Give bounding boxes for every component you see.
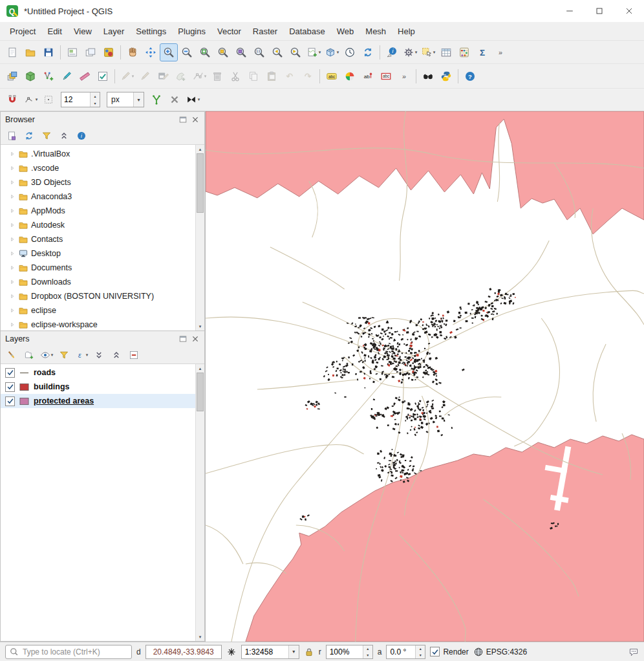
style-manager-button[interactable] (100, 44, 117, 61)
coordinate-box[interactable] (145, 645, 222, 659)
manage-map-themes-button[interactable]: ▾ (39, 347, 54, 363)
new-geopackage-layer-button[interactable] (22, 68, 39, 85)
expand-arrow-icon[interactable] (9, 165, 16, 171)
expand-arrow-icon[interactable] (9, 151, 16, 157)
zoom-last-button[interactable] (269, 44, 286, 61)
snapping-tolerance-input[interactable] (61, 95, 90, 104)
scroll-up-icon[interactable]: ▴ (196, 364, 204, 373)
new-temporary-scratch-layer-button[interactable] (58, 68, 75, 85)
browser-close-button[interactable] (190, 114, 200, 124)
field-calculator-button[interactable] (456, 44, 473, 61)
vertex-tool-dropdown-icon[interactable]: ▾ (204, 74, 207, 79)
snapping-tolerance-spinner[interactable]: ▴▾ (61, 92, 100, 107)
enable-snapping-button[interactable] (4, 91, 21, 108)
menu-item-view[interactable]: View (68, 24, 98, 39)
statistical-summary-button[interactable]: Σ (474, 44, 491, 61)
new-virtual-layer-button[interactable] (76, 68, 93, 85)
browser-item-downloads[interactable]: Downloads (1, 275, 195, 289)
expand-arrow-icon[interactable] (9, 193, 16, 200)
browser-item-eclipse[interactable]: eclipse (1, 303, 195, 318)
enable-tracing-dropdown-icon[interactable]: ▾ (198, 97, 200, 102)
browser-item-3d-objects[interactable]: 3D Objects (1, 175, 195, 190)
toolbar-overflow-2-button[interactable]: » (396, 68, 413, 85)
layers-close-button[interactable] (190, 334, 200, 343)
browser-item-anaconda3[interactable]: Anaconda3 (1, 190, 195, 204)
menu-item-plugins[interactable]: Plugins (172, 24, 211, 39)
enable-tracing-button[interactable]: ▾ (184, 91, 201, 108)
expand-arrow-icon[interactable] (9, 293, 16, 299)
expand-arrow-icon[interactable] (9, 265, 16, 271)
menu-item-mesh[interactable]: Mesh (360, 24, 392, 39)
zoom-full-button[interactable] (197, 44, 213, 61)
coordinate-input[interactable] (146, 647, 221, 656)
expand-arrow-icon[interactable] (9, 279, 16, 285)
new-project-button[interactable] (4, 44, 21, 61)
menu-item-project[interactable]: Project (4, 24, 41, 39)
zoom-to-selection-button[interactable] (215, 44, 231, 61)
filter-legend-button[interactable] (56, 347, 72, 363)
locate-search-box[interactable] (5, 645, 132, 659)
extents-toggle-icon[interactable] (226, 647, 237, 657)
zoom-next-button[interactable] (287, 44, 304, 61)
menu-item-edit[interactable]: Edit (41, 24, 67, 39)
select-features-dropdown-icon[interactable]: ▾ (433, 50, 436, 55)
highlight-pinned-labels-button[interactable]: abc (378, 68, 394, 85)
rotation-input[interactable] (387, 647, 415, 656)
run-feature-action-button[interactable]: ▾ (402, 44, 418, 61)
new-spatialite-layer-button[interactable] (94, 68, 111, 85)
metasearch-button[interactable] (420, 68, 436, 85)
magnifier-down-button[interactable]: ▾ (363, 652, 372, 658)
add-group-button[interactable] (21, 347, 37, 363)
open-data-source-manager-button[interactable] (4, 68, 21, 85)
menu-item-vector[interactable]: Vector (211, 24, 247, 39)
scroll-up-icon[interactable]: ▴ (196, 145, 204, 153)
layers-float-button[interactable] (178, 334, 188, 343)
rotation-down-button[interactable]: ▾ (416, 652, 425, 658)
locate-input[interactable] (23, 647, 128, 656)
rotation-up-button[interactable]: ▴ (416, 645, 425, 652)
zoom-native-button[interactable]: 1:1 (251, 44, 268, 61)
open-project-button[interactable] (22, 44, 39, 61)
help-contents-button[interactable]: ? (462, 68, 478, 85)
magnifier-spinner[interactable]: ▴▾ (326, 645, 373, 659)
expand-arrow-icon[interactable] (9, 321, 16, 328)
crs-status[interactable]: EPSG:4326 (473, 647, 527, 657)
browser-item-virtualbox[interactable]: .VirtualBox (1, 147, 195, 161)
messages-icon[interactable] (628, 647, 639, 657)
save-project-button[interactable] (40, 44, 57, 61)
magnifier-up-button[interactable]: ▴ (363, 645, 372, 652)
zoom-in-button[interactable] (160, 44, 177, 61)
map-canvas[interactable] (205, 111, 644, 642)
collapse-all-button[interactable] (56, 128, 72, 144)
expand-arrow-icon[interactable] (9, 222, 16, 228)
tolerance-down-button[interactable]: ▾ (91, 100, 100, 107)
browser-float-button[interactable] (178, 114, 188, 124)
minimize-button[interactable] (555, 0, 585, 22)
snapping-mode-dropdown-icon[interactable]: ▾ (36, 97, 38, 102)
snapping-units-combo[interactable]: px ▾ (107, 92, 144, 107)
identify-features-button[interactable]: i (383, 44, 400, 61)
new-print-layout-button[interactable] (64, 44, 81, 61)
manage-map-themes-dropdown-icon[interactable]: ▾ (51, 352, 54, 358)
browser-item-desktop[interactable]: Desktop (1, 246, 195, 261)
scroll-thumb[interactable] (197, 373, 204, 411)
menu-item-web[interactable]: Web (331, 24, 360, 39)
pin-unpin-labels-button[interactable]: ab (360, 68, 376, 85)
temporal-controller-button[interactable] (341, 44, 358, 61)
show-properties-button[interactable]: i (74, 128, 89, 144)
open-attribute-table-button[interactable] (438, 44, 455, 61)
browser-item-documents[interactable]: Documents (1, 261, 195, 275)
expand-arrow-icon[interactable] (9, 179, 16, 186)
expand-all-button[interactable] (91, 347, 107, 363)
open-snapping-options-button[interactable] (40, 91, 57, 108)
layer-labeling-button[interactable]: abc (323, 68, 340, 85)
menu-item-database[interactable]: Database (283, 24, 331, 39)
menu-item-raster[interactable]: Raster (247, 24, 283, 39)
maximize-button[interactable] (585, 0, 614, 22)
render-checkbox[interactable] (430, 647, 440, 656)
menu-item-layer[interactable]: Layer (98, 24, 131, 39)
layer-checkbox-buildings[interactable] (5, 382, 15, 392)
scroll-track[interactable] (196, 373, 204, 633)
scroll-down-icon[interactable]: ▾ (196, 633, 204, 641)
new-3d-map-view-button[interactable]: 3D▾ (323, 44, 340, 61)
